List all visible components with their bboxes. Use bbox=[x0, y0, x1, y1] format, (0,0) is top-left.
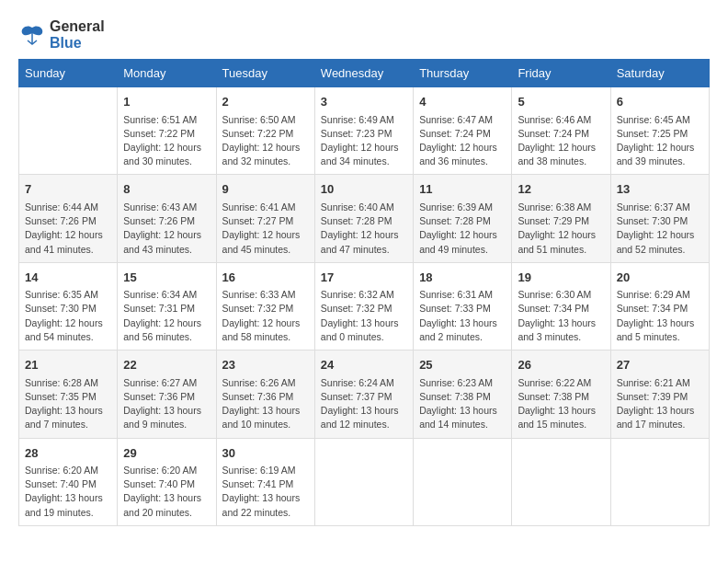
day-number: 19 bbox=[518, 269, 604, 287]
calendar-week-row: 14Sunrise: 6:35 AMSunset: 7:30 PMDayligh… bbox=[19, 262, 710, 350]
column-header-friday: Friday bbox=[512, 60, 610, 87]
day-info: Sunrise: 6:31 AMSunset: 7:33 PMDaylight:… bbox=[419, 288, 506, 344]
day-info: Sunrise: 6:26 AMSunset: 7:36 PMDaylight:… bbox=[222, 376, 309, 432]
day-number: 29 bbox=[123, 444, 210, 463]
day-info: Sunrise: 6:23 AMSunset: 7:38 PMDaylight:… bbox=[419, 376, 506, 432]
day-info: Sunrise: 6:49 AMSunset: 7:23 PMDaylight:… bbox=[321, 113, 407, 169]
calendar-cell: 24Sunrise: 6:24 AMSunset: 7:37 PMDayligh… bbox=[314, 350, 413, 438]
calendar-header-row: SundayMondayTuesdayWednesdayThursdayFrid… bbox=[19, 60, 710, 87]
column-header-sunday: Sunday bbox=[19, 60, 118, 87]
day-number: 27 bbox=[617, 356, 703, 374]
day-info: Sunrise: 6:46 AMSunset: 7:24 PMDaylight:… bbox=[518, 113, 604, 169]
calendar-table: SundayMondayTuesdayWednesdayThursdayFrid… bbox=[18, 59, 710, 526]
day-info: Sunrise: 6:40 AMSunset: 7:28 PMDaylight:… bbox=[321, 201, 407, 257]
day-number: 23 bbox=[222, 356, 309, 374]
day-info: Sunrise: 6:21 AMSunset: 7:39 PMDaylight:… bbox=[617, 376, 703, 432]
calendar-cell: 11Sunrise: 6:39 AMSunset: 7:28 PMDayligh… bbox=[414, 175, 512, 262]
day-info: Sunrise: 6:20 AMSunset: 7:40 PMDaylight:… bbox=[123, 464, 210, 520]
calendar-cell: 6Sunrise: 6:45 AMSunset: 7:25 PMDaylight… bbox=[610, 87, 709, 175]
calendar-cell: 3Sunrise: 6:49 AMSunset: 7:23 PMDaylight… bbox=[314, 87, 413, 175]
day-number: 13 bbox=[617, 180, 703, 199]
day-info: Sunrise: 6:43 AMSunset: 7:26 PMDaylight:… bbox=[123, 201, 210, 257]
day-number: 11 bbox=[419, 180, 506, 199]
day-info: Sunrise: 6:50 AMSunset: 7:22 PMDaylight:… bbox=[222, 113, 309, 169]
day-number: 10 bbox=[321, 180, 407, 199]
day-info: Sunrise: 6:37 AMSunset: 7:30 PMDaylight:… bbox=[617, 201, 703, 257]
day-info: Sunrise: 6:27 AMSunset: 7:36 PMDaylight:… bbox=[123, 376, 210, 432]
calendar-cell: 5Sunrise: 6:46 AMSunset: 7:24 PMDaylight… bbox=[512, 87, 610, 175]
calendar-cell: 12Sunrise: 6:38 AMSunset: 7:29 PMDayligh… bbox=[512, 175, 610, 262]
day-number: 9 bbox=[222, 180, 309, 199]
calendar-week-row: 1Sunrise: 6:51 AMSunset: 7:22 PMDaylight… bbox=[19, 87, 710, 175]
day-info: Sunrise: 6:44 AMSunset: 7:26 PMDaylight:… bbox=[25, 201, 111, 257]
calendar-cell: 28Sunrise: 6:20 AMSunset: 7:40 PMDayligh… bbox=[19, 438, 118, 525]
calendar-cell: 4Sunrise: 6:47 AMSunset: 7:24 PMDaylight… bbox=[414, 87, 512, 175]
day-number: 2 bbox=[222, 93, 309, 111]
day-number: 7 bbox=[25, 180, 111, 199]
day-info: Sunrise: 6:32 AMSunset: 7:32 PMDaylight:… bbox=[321, 288, 407, 344]
calendar-cell bbox=[314, 438, 413, 525]
column-header-wednesday: Wednesday bbox=[314, 60, 413, 87]
day-number: 4 bbox=[419, 93, 506, 111]
calendar-cell bbox=[610, 438, 709, 525]
column-header-thursday: Thursday bbox=[414, 60, 512, 87]
logo-text: General Blue bbox=[50, 18, 105, 52]
day-info: Sunrise: 6:41 AMSunset: 7:27 PMDaylight:… bbox=[222, 201, 309, 257]
day-number: 30 bbox=[222, 444, 309, 463]
calendar-cell: 19Sunrise: 6:30 AMSunset: 7:34 PMDayligh… bbox=[512, 262, 610, 350]
day-number: 15 bbox=[123, 269, 210, 287]
calendar-cell: 18Sunrise: 6:31 AMSunset: 7:33 PMDayligh… bbox=[414, 262, 512, 350]
day-number: 14 bbox=[25, 269, 111, 287]
day-info: Sunrise: 6:38 AMSunset: 7:29 PMDaylight:… bbox=[518, 201, 604, 257]
day-number: 20 bbox=[617, 269, 703, 287]
column-header-saturday: Saturday bbox=[610, 60, 709, 87]
calendar-cell: 10Sunrise: 6:40 AMSunset: 7:28 PMDayligh… bbox=[314, 175, 413, 262]
day-number: 22 bbox=[123, 356, 210, 374]
day-number: 25 bbox=[419, 356, 506, 374]
day-info: Sunrise: 6:51 AMSunset: 7:22 PMDaylight:… bbox=[123, 113, 210, 169]
calendar-week-row: 7Sunrise: 6:44 AMSunset: 7:26 PMDaylight… bbox=[19, 175, 710, 262]
calendar-cell: 2Sunrise: 6:50 AMSunset: 7:22 PMDaylight… bbox=[216, 87, 314, 175]
calendar-week-row: 28Sunrise: 6:20 AMSunset: 7:40 PMDayligh… bbox=[19, 438, 710, 525]
day-info: Sunrise: 6:45 AMSunset: 7:25 PMDaylight:… bbox=[617, 113, 703, 169]
calendar-cell: 27Sunrise: 6:21 AMSunset: 7:39 PMDayligh… bbox=[610, 350, 709, 438]
day-number: 5 bbox=[518, 93, 604, 111]
calendar-cell: 8Sunrise: 6:43 AMSunset: 7:26 PMDaylight… bbox=[118, 175, 216, 262]
calendar-cell: 15Sunrise: 6:34 AMSunset: 7:31 PMDayligh… bbox=[118, 262, 216, 350]
day-number: 3 bbox=[321, 93, 407, 111]
day-info: Sunrise: 6:34 AMSunset: 7:31 PMDaylight:… bbox=[123, 288, 210, 344]
calendar-cell: 25Sunrise: 6:23 AMSunset: 7:38 PMDayligh… bbox=[414, 350, 512, 438]
calendar-cell: 13Sunrise: 6:37 AMSunset: 7:30 PMDayligh… bbox=[610, 175, 709, 262]
column-header-monday: Monday bbox=[118, 60, 216, 87]
page-header: General Blue bbox=[18, 18, 710, 52]
calendar-cell: 29Sunrise: 6:20 AMSunset: 7:40 PMDayligh… bbox=[118, 438, 216, 525]
calendar-cell: 20Sunrise: 6:29 AMSunset: 7:34 PMDayligh… bbox=[610, 262, 709, 350]
day-info: Sunrise: 6:39 AMSunset: 7:28 PMDaylight:… bbox=[419, 201, 506, 257]
day-number: 12 bbox=[518, 180, 604, 199]
day-info: Sunrise: 6:33 AMSunset: 7:32 PMDaylight:… bbox=[222, 288, 309, 344]
day-info: Sunrise: 6:35 AMSunset: 7:30 PMDaylight:… bbox=[25, 288, 111, 344]
logo: General Blue bbox=[18, 18, 105, 52]
day-number: 24 bbox=[321, 356, 407, 374]
day-number: 16 bbox=[222, 269, 309, 287]
calendar-cell: 30Sunrise: 6:19 AMSunset: 7:41 PMDayligh… bbox=[216, 438, 314, 525]
day-number: 28 bbox=[25, 444, 111, 463]
day-number: 18 bbox=[419, 269, 506, 287]
calendar-cell bbox=[414, 438, 512, 525]
day-info: Sunrise: 6:28 AMSunset: 7:35 PMDaylight:… bbox=[25, 376, 111, 432]
calendar-cell: 26Sunrise: 6:22 AMSunset: 7:38 PMDayligh… bbox=[512, 350, 610, 438]
day-number: 8 bbox=[123, 180, 210, 199]
calendar-cell: 9Sunrise: 6:41 AMSunset: 7:27 PMDaylight… bbox=[216, 175, 314, 262]
day-info: Sunrise: 6:20 AMSunset: 7:40 PMDaylight:… bbox=[25, 464, 111, 520]
calendar-cell bbox=[512, 438, 610, 525]
calendar-cell bbox=[19, 87, 118, 175]
calendar-cell: 14Sunrise: 6:35 AMSunset: 7:30 PMDayligh… bbox=[19, 262, 118, 350]
calendar-cell: 23Sunrise: 6:26 AMSunset: 7:36 PMDayligh… bbox=[216, 350, 314, 438]
calendar-cell: 21Sunrise: 6:28 AMSunset: 7:35 PMDayligh… bbox=[19, 350, 118, 438]
calendar-cell: 16Sunrise: 6:33 AMSunset: 7:32 PMDayligh… bbox=[216, 262, 314, 350]
calendar-cell: 22Sunrise: 6:27 AMSunset: 7:36 PMDayligh… bbox=[118, 350, 216, 438]
column-header-tuesday: Tuesday bbox=[216, 60, 314, 87]
day-number: 6 bbox=[617, 93, 703, 111]
day-number: 21 bbox=[25, 356, 111, 374]
calendar-cell: 7Sunrise: 6:44 AMSunset: 7:26 PMDaylight… bbox=[19, 175, 118, 262]
